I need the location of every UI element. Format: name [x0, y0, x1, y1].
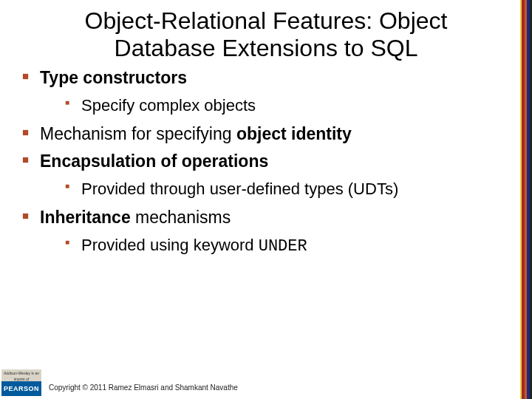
bullet-text: Encapsulation of operations — [40, 151, 268, 171]
logo-pearson: PEARSON — [1, 381, 41, 396]
slide-title: Object-Relational Features: Object Datab… — [0, 0, 532, 62]
publisher-logo: Addison-Wesley is an imprint of PEARSON — [1, 369, 41, 398]
slide-footer: Addison-Wesley is an imprint of PEARSON … — [0, 366, 532, 399]
decorative-edge-stripe — [519, 0, 532, 399]
bullet-text-em: object identity — [236, 124, 352, 143]
bullet-text-suffix: mechanisms — [131, 208, 231, 227]
sub-list: Specify complex objects — [40, 94, 513, 117]
sub-bullet-under: Provided using keyword UNDER — [40, 233, 513, 258]
bullet-text: Type constructors — [40, 68, 187, 87]
bullet-inheritance: Inheritance mechanisms Provided using ke… — [19, 206, 513, 258]
slide-body: Type constructors Specify complex object… — [0, 66, 532, 258]
sub-bullet-text: Specify complex objects — [81, 96, 256, 115]
sub-list: Provided through user-defined types (UDT… — [40, 177, 513, 200]
bullet-type-constructors: Type constructors Specify complex object… — [19, 66, 513, 117]
sub-bullet-text: Provided through user-defined types (UDT… — [81, 180, 398, 198]
sub-bullet-text-prefix: Provided using keyword — [81, 236, 259, 254]
bullet-text-prefix: Mechanism for specifying — [40, 124, 236, 143]
code-under: UNDER — [259, 237, 307, 256]
bullet-list: Type constructors Specify complex object… — [19, 66, 513, 258]
sub-bullet-complex-objects: Specify complex objects — [40, 94, 513, 117]
sub-bullet-udts: Provided through user-defined types (UDT… — [40, 177, 513, 200]
copyright-text: Copyright © 2011 Ramez Elmasri and Shamk… — [49, 383, 238, 392]
logo-imprint-text: Addison-Wesley is an imprint of — [1, 369, 41, 381]
sub-list: Provided using keyword UNDER — [40, 233, 513, 258]
bullet-text-em: Inheritance — [40, 208, 131, 227]
bullet-encapsulation: Encapsulation of operations Provided thr… — [19, 150, 513, 200]
slide: Object-Relational Features: Object Datab… — [0, 0, 532, 399]
bullet-object-identity: Mechanism for specifying object identity — [19, 123, 513, 146]
